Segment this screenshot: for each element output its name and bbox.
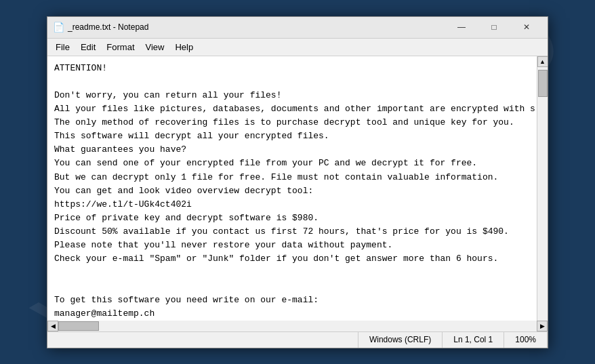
status-position: Ln 1, Col 1 bbox=[443, 332, 504, 348]
scroll-track bbox=[58, 321, 537, 331]
window-title: _readme.txt - Notepad bbox=[68, 22, 446, 32]
menu-view[interactable]: View bbox=[140, 41, 170, 54]
menu-edit[interactable]: Edit bbox=[75, 41, 101, 54]
notepad-icon: 📄 bbox=[53, 22, 64, 33]
minimize-button[interactable]: — bbox=[446, 16, 477, 38]
status-zoom: 100% bbox=[504, 332, 548, 348]
menu-help[interactable]: Help bbox=[169, 41, 199, 54]
status-encoding: Windows (CRLF) bbox=[358, 332, 443, 348]
menu-format[interactable]: Format bbox=[101, 41, 140, 54]
scroll-right-arrow[interactable]: ▶ bbox=[537, 321, 548, 331]
menu-bar: File Edit Format View Help bbox=[47, 39, 548, 56]
status-empty bbox=[47, 332, 358, 348]
text-editor[interactable]: ATTENTION! Don't worry, you can return a… bbox=[47, 56, 537, 321]
vertical-scrollbar[interactable]: ▲ bbox=[537, 56, 548, 321]
menu-file[interactable]: File bbox=[50, 41, 75, 54]
maximize-button[interactable]: □ bbox=[478, 16, 510, 38]
close-button[interactable]: ✕ bbox=[511, 16, 542, 38]
horizontal-scrollbar[interactable]: ◀ ▶ bbox=[47, 321, 548, 331]
notepad-window: 📄 _readme.txt - Notepad — □ ✕ File Edit … bbox=[47, 16, 548, 348]
scroll-thumb[interactable] bbox=[538, 70, 548, 97]
content-area: ATTENTION! Don't worry, you can return a… bbox=[47, 56, 548, 321]
status-bar: Windows (CRLF) Ln 1, Col 1 100% bbox=[47, 331, 548, 348]
hscroll-thumb[interactable] bbox=[58, 321, 99, 331]
window-controls: — □ ✕ bbox=[446, 16, 542, 38]
scroll-left-arrow[interactable]: ◀ bbox=[47, 321, 58, 331]
scroll-up-arrow[interactable]: ▲ bbox=[537, 56, 548, 67]
title-bar: 📄 _readme.txt - Notepad — □ ✕ bbox=[47, 17, 548, 39]
